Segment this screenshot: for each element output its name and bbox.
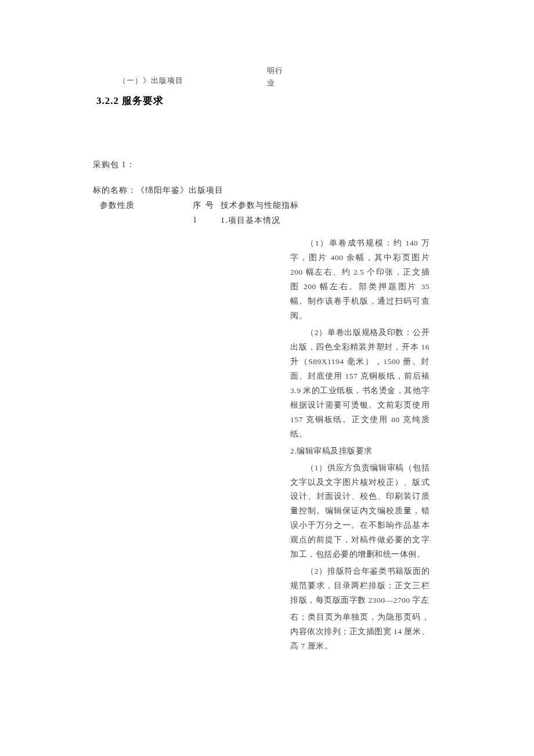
spec-paragraph-1-1: （1）单卷成书规模：约 140 万字，图片 400 余幅，其中彩页图片 200 … — [290, 236, 430, 323]
spec-paragraph-2-3: 右；类目页为单独页，为隐形页码，内容依次排列；正文插图宽 14 厘米、高 7 厘… — [290, 610, 430, 654]
col-header-spec: 技术参数与性能指标 — [221, 200, 299, 211]
spec-title-1: 1.项目基本情况 — [221, 215, 280, 226]
spec-paragraph-1-2: （2）单卷出版规格及印数：公开出版，四色全彩精装并塑封，开本 16 升（S89X… — [290, 326, 430, 442]
spec-title-2: 2.编辑审稿及排版要求 — [290, 444, 430, 459]
seq-value: 1 — [193, 215, 197, 225]
table-row: 1 1.项目基本情况 — [93, 215, 441, 228]
header-left-fragment: （一）》出版项目 — [118, 75, 183, 86]
col-header-seq: 序 号 — [193, 200, 215, 211]
header-right-fragment: 明行 业 — [267, 65, 283, 89]
header-right-line-1: 明行 — [267, 65, 283, 77]
section-heading: 3.2.2 服务要求 — [96, 94, 441, 107]
header-fragment-row: （一）》出版项目 明行 业 — [93, 58, 441, 87]
document-page: （一）》出版项目 明行 业 3.2.2 服务要求 采购包 1： 标的名称：《绵阳… — [0, 0, 534, 691]
header-right-line-2: 业 — [267, 77, 283, 89]
subject-name-line: 标的名称：《绵阳年鉴》出版项目 — [93, 185, 441, 196]
spec-paragraph-2-1: （1）供应方负责编辑审稿（包括文字以及文字图片核对校正）、版式设计、封面设计、校… — [290, 461, 430, 563]
package-label: 采购包 1： — [93, 160, 441, 170]
col-header-param: 参数性质 — [100, 200, 135, 211]
spec-detail-column: （1）单卷成书规模：约 140 万字，图片 400 余幅，其中彩页图片 200 … — [290, 236, 430, 654]
table-header-row: 参数性质 序 号 技术参数与性能指标 — [93, 200, 441, 213]
spec-paragraph-2-2: （2）排版符合年鉴类书籍版面的规范要求，目录两栏排版；正文三栏排版，每页版面字数… — [290, 564, 430, 608]
